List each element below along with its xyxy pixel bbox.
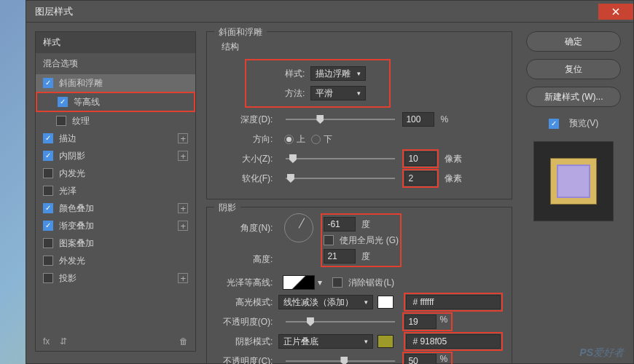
antialias-checkbox[interactable] — [332, 277, 343, 288]
style-row-3[interactable]: 描边+ — [36, 130, 195, 147]
angle-dial[interactable] — [284, 213, 313, 242]
chevron-down-icon: ▾ — [364, 298, 368, 306]
preview-box — [533, 141, 614, 221]
up-down-icon[interactable]: ⇵ — [60, 336, 67, 347]
blending-options-row[interactable]: 混合选项 — [36, 53, 195, 74]
depth-input[interactable]: 100 — [402, 112, 434, 127]
direction-up-radio[interactable] — [284, 135, 294, 144]
style-row-5[interactable]: 内发光 — [36, 165, 195, 182]
angle-input[interactable]: -61 — [324, 217, 356, 232]
style-checkbox[interactable] — [43, 186, 53, 196]
styles-header: 样式 — [36, 32, 195, 53]
style-checkbox[interactable] — [58, 97, 68, 107]
fx-icon[interactable]: fx — [43, 336, 50, 347]
style-checkbox[interactable] — [43, 221, 53, 231]
style-row-9[interactable]: 图案叠加 — [36, 234, 195, 252]
style-row-2[interactable]: 纹理 — [36, 112, 195, 130]
style-checkbox[interactable] — [43, 168, 53, 178]
style-checkbox[interactable] — [43, 78, 53, 88]
size-label: 大小(Z): — [216, 153, 278, 165]
highlight-mode-select[interactable]: 线性减淡（添加）▾ — [278, 295, 373, 309]
gloss-contour-picker[interactable] — [283, 275, 315, 290]
close-icon — [612, 8, 619, 15]
style-label: 外发光 — [59, 255, 85, 267]
style-checkbox[interactable] — [43, 133, 53, 143]
style-select[interactable]: 描边浮雕▾ — [310, 66, 366, 81]
preview-checkbox[interactable] — [549, 119, 559, 129]
bevel-group: 斜面和浮雕 结构 样式: 描边浮雕▾ 方法: 平滑▾ 深度(D): 100 — [206, 31, 512, 199]
highlight-opacity-slider[interactable] — [286, 321, 395, 323]
depth-slider[interactable] — [286, 119, 395, 120]
highlight-color-swatch[interactable] — [377, 296, 394, 309]
style-label: 纹理 — [72, 115, 90, 127]
add-effect-icon[interactable]: + — [178, 203, 188, 213]
technique-select[interactable]: 平滑▾ — [310, 86, 366, 100]
chevron-down-icon: ▾ — [364, 338, 368, 345]
chevron-down-icon[interactable]: ▾ — [318, 277, 322, 288]
style-label: 颜色叠加 — [59, 202, 94, 215]
style-row-1[interactable]: 等高线 — [37, 93, 194, 111]
style-checkbox[interactable] — [43, 203, 53, 213]
technique-label: 方法: — [248, 87, 310, 100]
style-row-11[interactable]: 投影+ — [36, 269, 195, 287]
add-effect-icon[interactable]: + — [178, 151, 188, 161]
highlight-opacity-label: 不透明度(O): — [216, 316, 278, 328]
highlight-mode-label: 高光模式: — [216, 296, 278, 309]
chevron-down-icon: ▾ — [357, 90, 361, 97]
style-label: 光泽 — [59, 185, 77, 197]
settings-panel: 斜面和浮雕 结构 样式: 描边浮雕▾ 方法: 平滑▾ 深度(D): 100 — [206, 31, 512, 355]
altitude-label: 高度: — [216, 253, 278, 266]
bevel-title: 斜面和浮雕 — [214, 26, 267, 39]
style-label: 等高线 — [74, 96, 100, 108]
altitude-input[interactable]: 21 — [324, 249, 356, 264]
style-checkbox[interactable] — [43, 256, 53, 266]
ok-button[interactable]: 确定 — [526, 31, 621, 52]
style-row-6[interactable]: 光泽 — [36, 182, 195, 199]
style-label: 斜面和浮雕 — [59, 77, 103, 90]
soften-label: 软化(F): — [216, 173, 278, 185]
style-label: 渐变叠加 — [59, 220, 94, 232]
new-style-button[interactable]: 新建样式 (W)... — [526, 87, 621, 107]
highlight-opacity-input[interactable]: 19 — [404, 314, 437, 329]
style-checkbox[interactable] — [56, 116, 66, 126]
soften-input[interactable]: 2 — [404, 171, 437, 186]
dialog-title: 图层样式 — [35, 5, 73, 18]
style-checkbox[interactable] — [43, 151, 53, 161]
titlebar: 图层样式 — [26, 1, 633, 23]
shadow-opacity-slider[interactable] — [286, 360, 395, 362]
styles-list-panel: 样式 混合选项 斜面和浮雕等高线纹理描边+内阴影+内发光光泽颜色叠加+渐变叠加+… — [35, 31, 196, 355]
add-effect-icon[interactable]: + — [178, 133, 188, 143]
direction-down-radio[interactable] — [311, 135, 321, 144]
style-checkbox[interactable] — [43, 273, 53, 283]
style-row-8[interactable]: 渐变叠加+ — [36, 217, 195, 234]
shadow-opacity-input[interactable]: 50 — [404, 354, 437, 364]
shadow-color-swatch[interactable] — [377, 335, 394, 348]
angle-label: 角度(N): — [216, 213, 278, 234]
style-label: 内阴影 — [59, 150, 85, 162]
shadow-hex-input[interactable]: # 918f05 — [406, 334, 501, 349]
cancel-button[interactable]: 复位 — [526, 59, 621, 79]
style-row-4[interactable]: 内阴影+ — [36, 147, 195, 165]
direction-label: 方向: — [216, 133, 278, 146]
watermark: PS爱好者 — [579, 347, 624, 360]
style-row-10[interactable]: 外发光 — [36, 252, 195, 269]
structure-title: 结构 — [222, 41, 503, 53]
style-row-7[interactable]: 颜色叠加+ — [36, 199, 195, 217]
style-checkbox[interactable] — [43, 238, 53, 248]
global-light-checkbox[interactable] — [324, 235, 334, 245]
style-row-0[interactable]: 斜面和浮雕 — [36, 74, 195, 92]
shadow-mode-select[interactable]: 正片叠底▾ — [278, 334, 373, 349]
preview-thumbnail — [551, 159, 596, 204]
add-effect-icon[interactable]: + — [178, 221, 188, 231]
style-label: 投影 — [59, 272, 77, 285]
add-effect-icon[interactable]: + — [178, 273, 188, 283]
trash-icon[interactable]: 🗑 — [179, 336, 188, 347]
soften-slider[interactable] — [286, 178, 395, 179]
highlight-hex-input[interactable]: # ffffff — [406, 295, 501, 309]
size-input[interactable]: 10 — [404, 151, 437, 166]
close-button[interactable] — [598, 4, 633, 20]
styles-footer: fx ⇵ 🗑 — [43, 336, 188, 347]
gloss-contour-label: 光泽等高线: — [216, 277, 278, 289]
dialog-buttons-panel: 确定 复位 新建样式 (W)... 预览(V) — [523, 31, 625, 355]
size-slider[interactable] — [286, 158, 395, 159]
